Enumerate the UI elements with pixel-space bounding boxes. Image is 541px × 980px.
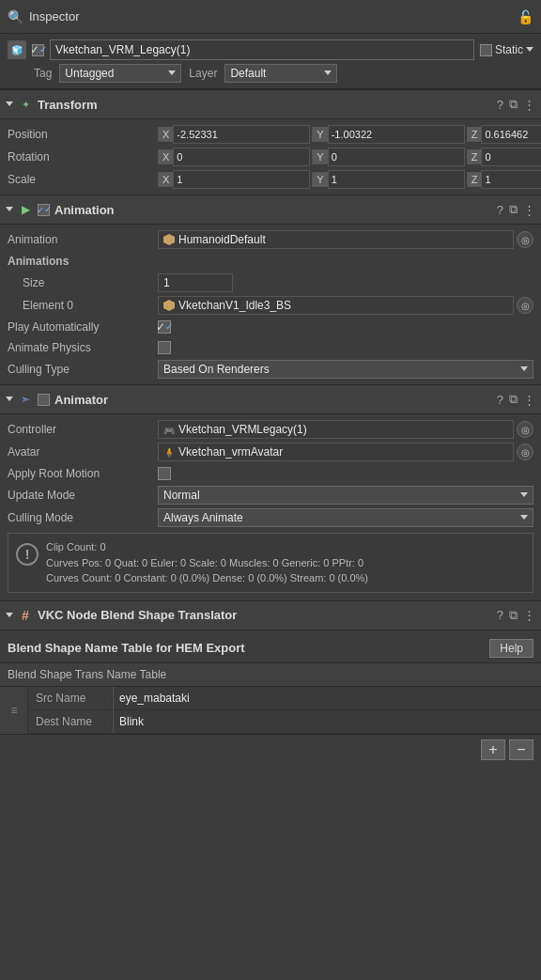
- vkc-help-button[interactable]: Help: [489, 639, 533, 658]
- transform-title: Transform: [38, 98, 492, 112]
- animation-asset-field[interactable]: HumanoidDefault: [158, 230, 514, 249]
- blend-table-title: Blend Shape Name Table for HEM Export: [8, 641, 245, 655]
- controller-row: Controller 🎮 Vketchan_VRMLegacy(1) ◎: [0, 418, 541, 441]
- src-name-row: Src Name: [28, 687, 541, 710]
- animations-element0-row: Element 0 VketchanV1_Idle3_BS ◎: [0, 294, 541, 317]
- avatar-row: Avatar 🧍 Vketchan_vrmAvatar ◎: [0, 441, 541, 463]
- animation-play-icon: ▶: [18, 202, 33, 217]
- scale-y-input[interactable]: [328, 170, 465, 189]
- blend-fields: Src Name Dest Name: [28, 687, 541, 734]
- scale-z-input[interactable]: [481, 170, 541, 189]
- culling-mode-arrow: [520, 515, 528, 523]
- scale-x-input[interactable]: [173, 170, 310, 189]
- avatar-field[interactable]: 🧍 Vketchan_vrmAvatar: [158, 443, 514, 461]
- vkc-settings-icon[interactable]: ⧉: [509, 608, 518, 623]
- object-active-checkbox[interactable]: ✓: [32, 44, 44, 56]
- apply-root-motion-row: Apply Root Motion: [0, 463, 541, 484]
- animator-chevron[interactable]: [6, 397, 13, 405]
- tag-dropdown[interactable]: Untagged: [59, 64, 181, 83]
- pos-x-input[interactable]: [173, 125, 310, 144]
- pos-z-label: Z: [467, 127, 482, 142]
- top-bar: 🔍 Inspector 🔓: [0, 0, 541, 34]
- rot-y-input[interactable]: [328, 148, 465, 166]
- controller-pick-btn[interactable]: ◎: [517, 421, 533, 438]
- controller-icon: 🎮: [163, 424, 175, 435]
- apply-root-motion-checkbox[interactable]: [158, 467, 171, 480]
- static-toggle[interactable]: Static: [480, 43, 533, 56]
- static-dropdown-arrow[interactable]: [526, 47, 533, 55]
- rot-x-input[interactable]: [173, 148, 310, 166]
- inspector-tab[interactable]: 🔍 Inspector: [8, 9, 79, 24]
- rot-z-input[interactable]: [481, 148, 541, 166]
- vkc-chevron[interactable]: [6, 613, 13, 621]
- animations-size-label: Size: [8, 276, 158, 289]
- controller-field[interactable]: 🎮 Vketchan_VRMLegacy(1): [158, 420, 514, 439]
- animation-title: Animation: [54, 203, 492, 217]
- element0-pick-btn[interactable]: ◎: [517, 297, 533, 314]
- culling-type-arrow: [520, 366, 528, 375]
- position-label: Position: [8, 128, 158, 141]
- animation-enabled-checkbox[interactable]: ✓: [38, 204, 50, 216]
- update-mode-dropdown[interactable]: Normal: [158, 486, 533, 505]
- dest-name-input[interactable]: [113, 710, 541, 733]
- transform-chevron[interactable]: [6, 101, 13, 110]
- play-auto-checkbox[interactable]: ✓: [158, 320, 171, 334]
- transform-section-header: ✦ Transform ? ⧉ ⋮: [0, 89, 541, 119]
- animator-body: Controller 🎮 Vketchan_VRMLegacy(1) ◎ Ava…: [0, 414, 541, 600]
- animations-size-input[interactable]: [158, 273, 233, 292]
- rotation-row: Rotation X Y Z: [0, 146, 541, 168]
- animation-chevron[interactable]: [6, 207, 13, 215]
- vkc-help-icon[interactable]: ?: [497, 608, 503, 622]
- src-name-input[interactable]: [113, 687, 541, 709]
- anim-physics-checkbox[interactable]: [158, 341, 171, 354]
- blend-drag-handle[interactable]: ≡: [0, 687, 28, 734]
- add-entry-button[interactable]: +: [481, 739, 505, 760]
- info-icon: !: [16, 543, 39, 566]
- update-mode-row: Update Mode Normal: [0, 484, 541, 506]
- transform-menu-icon[interactable]: ⋮: [523, 98, 535, 112]
- lock-icon[interactable]: 🔓: [518, 9, 533, 24]
- rotation-label: Rotation: [8, 150, 158, 163]
- animator-menu-icon[interactable]: ⋮: [523, 393, 535, 407]
- element0-field[interactable]: VketchanV1_Idle3_BS: [158, 296, 514, 315]
- dest-name-label: Dest Name: [28, 712, 113, 731]
- pos-x-label: X: [158, 127, 173, 142]
- animation-section-header: ▶ ✓ Animation ? ⧉ ⋮: [0, 194, 541, 225]
- culling-type-dropdown[interactable]: Based On Renderers: [158, 360, 533, 379]
- vkc-menu-icon[interactable]: ⋮: [523, 608, 535, 622]
- animation-settings-icon[interactable]: ⧉: [509, 202, 518, 217]
- animator-settings-icon[interactable]: ⧉: [509, 392, 518, 407]
- avatar-icon: 🧍: [163, 447, 175, 458]
- static-label: Static: [495, 43, 523, 56]
- bottom-buttons: + −: [0, 734, 541, 765]
- animator-enabled-checkbox[interactable]: [38, 394, 50, 406]
- remove-entry-button[interactable]: −: [509, 739, 533, 760]
- animator-help-icon[interactable]: ?: [497, 393, 503, 407]
- animation-help-icon[interactable]: ?: [497, 203, 503, 217]
- animation-asset-pick-btn[interactable]: ◎: [517, 231, 533, 248]
- static-checkbox[interactable]: [480, 44, 492, 56]
- animator-title: Animator: [54, 393, 492, 407]
- update-mode-arrow: [520, 492, 528, 501]
- pos-z-input[interactable]: [481, 125, 541, 144]
- culling-type-row: Culling Type Based On Renderers: [0, 358, 541, 381]
- position-row: Position X Y Z: [0, 123, 541, 146]
- layer-dropdown[interactable]: Default: [224, 64, 337, 83]
- culling-mode-dropdown[interactable]: Always Animate: [158, 508, 533, 527]
- transform-help-icon[interactable]: ?: [497, 98, 503, 112]
- src-name-label: Src Name: [28, 689, 113, 708]
- transform-icon: ✦: [18, 97, 33, 112]
- inspector-icon: 🔍: [8, 9, 23, 24]
- pos-y-input[interactable]: [328, 125, 465, 144]
- scale-row: Scale X Y Z: [0, 168, 541, 191]
- culling-mode-row: Culling Mode Always Animate: [0, 506, 541, 529]
- transform-settings-icon[interactable]: ⧉: [509, 97, 518, 112]
- update-mode-label: Update Mode: [8, 489, 158, 502]
- object-name-field[interactable]: [50, 39, 474, 60]
- scale-z-label: Z: [467, 172, 482, 187]
- pos-y-label: Y: [312, 127, 327, 142]
- anim-physics-label: Animate Physics: [8, 341, 158, 354]
- avatar-pick-btn[interactable]: ◎: [517, 443, 533, 460]
- animator-section-header: ➣ Animator ? ⧉ ⋮: [0, 384, 541, 414]
- animation-menu-icon[interactable]: ⋮: [523, 203, 535, 217]
